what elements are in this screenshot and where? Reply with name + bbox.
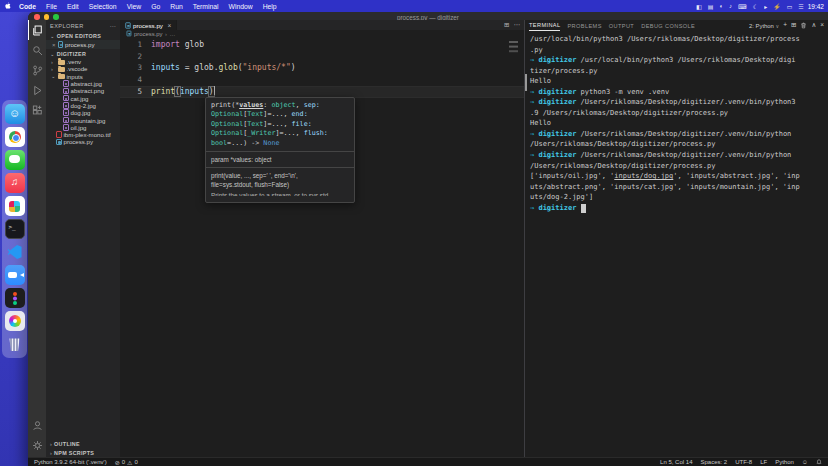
feedback-smiley-icon[interactable]: ☺: [802, 459, 808, 465]
menubar-status-icon[interactable]: ⚡: [773, 3, 781, 10]
source-control-icon[interactable]: [28, 60, 46, 80]
tab-process-py[interactable]: process.py ×: [120, 20, 177, 30]
code-line[interactable]: 2: [120, 51, 524, 63]
tree-item-abstract-png[interactable]: abstract.png: [46, 87, 120, 94]
encoding-status[interactable]: UTF-8: [735, 459, 752, 465]
cursor-position-status[interactable]: Ln 5, Col 14: [660, 459, 692, 465]
eol-status[interactable]: LF: [760, 459, 767, 465]
explorer-more-actions-icon[interactable]: ⋯: [110, 22, 116, 29]
explorer-icon[interactable]: [28, 20, 46, 40]
menubar-status-icon[interactable]: ⌨: [738, 3, 747, 10]
workspace-header[interactable]: ⌄DIGITIZER: [46, 49, 120, 58]
menu-go[interactable]: Go: [146, 3, 165, 10]
tree-item-label: dog.jpg: [71, 109, 91, 116]
open-editor-item[interactable]: ×process.py: [46, 40, 120, 49]
dock-messages-icon[interactable]: [5, 150, 25, 170]
kill-terminal-button[interactable]: [800, 22, 807, 29]
close-panel-button[interactable]: ×: [820, 22, 824, 29]
tree-item--venv[interactable]: ›.venv: [46, 58, 120, 65]
explorer-sidebar: EXPLORER ⋯ ⌄OPEN EDITORS ×process.py ⌄DI…: [46, 20, 120, 457]
tree-item-cat-jpg[interactable]: cat.jpg: [46, 94, 120, 101]
menu-view[interactable]: View: [122, 3, 147, 10]
search-icon[interactable]: [28, 40, 46, 60]
window-titlebar[interactable]: process.py — digitizer: [28, 12, 828, 20]
dock-trash-icon[interactable]: [5, 334, 25, 354]
panel-tab-output[interactable]: OUTPUT: [609, 21, 634, 30]
menubar-status-icon[interactable]: ▤: [708, 3, 714, 10]
menu-run[interactable]: Run: [165, 3, 187, 10]
menubar-status-icon[interactable]: ▸: [764, 3, 767, 10]
language-status[interactable]: Python: [775, 459, 794, 465]
minimap[interactable]: [508, 39, 522, 79]
dock-zoom-icon[interactable]: [5, 265, 25, 285]
menubar-status-icon[interactable]: ▭: [787, 3, 793, 10]
menu-edit[interactable]: Edit: [62, 3, 84, 10]
menu-help[interactable]: Help: [258, 3, 282, 10]
dock-figma-icon[interactable]: [5, 288, 25, 308]
breadcrumb[interactable]: process.py › …: [120, 30, 524, 37]
terminal-line: ['inputs/oil.jpg', 'inputs/dog.jpg', 'in…: [530, 171, 828, 182]
tree-item-abstract-jpg[interactable]: abstract.jpg: [46, 80, 120, 87]
tree-item-mountain-jpg[interactable]: mountain.jpg: [46, 116, 120, 123]
menubar-status-icon[interactable]: ◧: [696, 3, 702, 10]
menu-window[interactable]: Window: [223, 3, 257, 10]
menu-terminal[interactable]: Terminal: [188, 3, 224, 10]
menubar-status-icon[interactable]: ☰: [798, 3, 803, 10]
notifications-bell-icon[interactable]: [816, 459, 822, 465]
tree-item--vscode[interactable]: ›.vscode: [46, 65, 120, 72]
menubar-status-icon[interactable]: ♪: [729, 3, 732, 9]
menu-file[interactable]: File: [41, 3, 62, 10]
dock-chrome-icon[interactable]: [5, 127, 25, 147]
tree-item-label: mountain.jpg: [71, 117, 106, 124]
outline-header[interactable]: ›OUTLINE: [46, 439, 120, 448]
apple-menu-icon[interactable]: [0, 2, 14, 10]
terminal-output[interactable]: /usr/local/bin/python3 /Users/riklomas/D…: [525, 31, 828, 457]
split-terminal-button[interactable]: ⊞: [791, 22, 796, 29]
problems-status[interactable]: ⊘0⚠0: [115, 459, 138, 466]
image-file-icon: [63, 102, 69, 109]
dock-finder-icon[interactable]: [5, 104, 25, 124]
dock-slack-icon[interactable]: [5, 196, 25, 216]
open-editors-header[interactable]: ⌄OPEN EDITORS: [46, 31, 120, 40]
account-icon[interactable]: [28, 415, 46, 435]
close-tab-icon[interactable]: ×: [167, 22, 171, 29]
tree-item-dog-2-jpg[interactable]: dog-2.jpg: [46, 102, 120, 109]
settings-icon[interactable]: [28, 435, 46, 455]
new-terminal-button[interactable]: +: [783, 22, 787, 29]
terminal-selector-dropdown[interactable]: 2: Python ∨: [749, 23, 779, 29]
close-editor-icon[interactable]: ×: [52, 42, 56, 48]
tree-item-inputs[interactable]: ⌄inputs: [46, 73, 120, 80]
maximize-panel-button[interactable]: ∧: [811, 22, 816, 29]
code-line[interactable]: 1import glob: [120, 39, 524, 51]
extensions-icon[interactable]: [28, 100, 46, 120]
terminal-line: → digitizer python3 -m venv .venv: [530, 87, 828, 98]
panel-tab-debug-console[interactable]: DEBUG CONSOLE: [641, 21, 695, 30]
indentation-status[interactable]: Spaces: 2: [700, 459, 727, 465]
run-debug-icon[interactable]: [28, 80, 46, 100]
menu-selection[interactable]: Selection: [84, 3, 122, 10]
code-line[interactable]: 3inputs = glob.glob("inputs/*"): [120, 62, 524, 74]
tree-item-dog-jpg[interactable]: dog.jpg: [46, 109, 120, 116]
tree-item-ibm-plex-mono-ttf[interactable]: ibm-plex-mono.ttf: [46, 131, 120, 138]
editor-more-actions-icon[interactable]: ⋯: [514, 21, 521, 29]
menu-code[interactable]: Code: [14, 3, 41, 10]
tree-item-oil-jpg[interactable]: oil.jpg: [46, 124, 120, 131]
npm-scripts-header[interactable]: ›NPM SCRIPTS: [46, 448, 120, 457]
menubar-status-icon[interactable]: ☾: [753, 3, 758, 10]
dock-photos-icon[interactable]: [5, 311, 25, 331]
panel-tab-terminal[interactable]: TERMINAL: [529, 21, 560, 31]
errors-count: 0: [122, 459, 125, 465]
dock-music-icon[interactable]: [5, 173, 25, 193]
split-editor-icon[interactable]: ⊞: [504, 21, 509, 29]
panel-tab-problems[interactable]: PROBLEMS: [567, 21, 601, 30]
python-interpreter-status[interactable]: Python 3.9.2 64-bit ('.venv'): [34, 459, 107, 465]
menubar-status-icon[interactable]: ◐: [719, 3, 723, 9]
code-line[interactable]: 5print(inputs): [120, 86, 524, 98]
code-line[interactable]: 4: [120, 74, 524, 86]
tree-item-process-py[interactable]: process.py: [46, 138, 120, 145]
dock-terminal-icon[interactable]: [5, 219, 25, 239]
dock-vscode-icon[interactable]: [5, 242, 25, 262]
vscode-window: process.py — digitizer EXPLORER ⋯ ⌄OPEN …: [28, 12, 828, 466]
python-file-icon: [58, 41, 64, 48]
menubar-clock[interactable]: 19:42: [808, 3, 828, 10]
